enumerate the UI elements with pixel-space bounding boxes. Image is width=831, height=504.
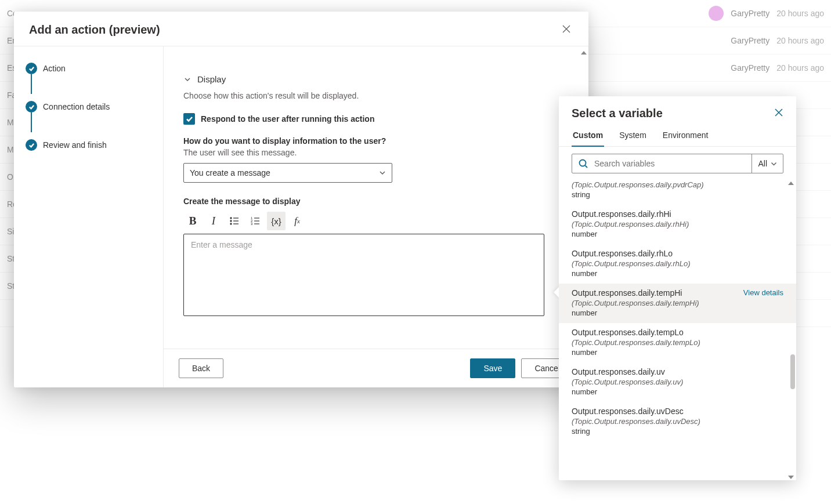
variable-name: Output.responses.daily.uv — [572, 367, 665, 376]
variable-item[interactable]: Output.responses.daily.tempLo(Topic.Outp… — [559, 323, 796, 362]
bullet-list-button[interactable] — [225, 212, 244, 230]
scroll-down-arrow-icon[interactable] — [788, 476, 794, 479]
scroll-up-arrow-icon[interactable] — [581, 51, 587, 55]
button-label: Save — [483, 364, 502, 373]
close-icon — [774, 108, 783, 117]
display-question-label: How do you want to display information t… — [183, 136, 569, 146]
variable-type: string — [572, 190, 783, 199]
step-review-finish[interactable]: Review and finish — [24, 136, 153, 154]
step-label: Connection details — [43, 102, 110, 111]
variable-path: (Topic.Output.responses.daily.pvdrCap) — [572, 180, 783, 189]
variable-item[interactable]: Output.responses.daily.tempHiView detail… — [559, 284, 796, 323]
insert-formula-button[interactable]: fx — [288, 212, 306, 230]
bold-button[interactable]: B — [183, 212, 202, 230]
check-icon — [26, 139, 37, 151]
filter-label: All — [758, 159, 767, 168]
variable-path: (Topic.Output.responses.daily.rhHi) — [572, 220, 783, 229]
step-action[interactable]: Action — [24, 59, 153, 78]
numbered-list-button[interactable]: 1 2 3 — [246, 212, 265, 230]
chevron-down-icon — [771, 161, 777, 167]
section-title: Display — [197, 74, 226, 84]
insert-variable-button[interactable]: {x} — [267, 212, 286, 230]
step-label: Action — [43, 64, 66, 73]
italic-button[interactable]: I — [204, 212, 223, 230]
chevron-down-icon — [183, 75, 192, 84]
variable-list[interactable]: (Topic.Output.responses.daily.pvdrCap)st… — [559, 180, 796, 480]
message-editor[interactable]: Enter a message — [183, 234, 544, 316]
search-input[interactable] — [593, 158, 746, 169]
variable-path: (Topic.Output.responses.daily.tempLo) — [572, 338, 783, 347]
message-label: Create the message to display — [183, 197, 569, 206]
checkbox-label: Respond to the user after running this a… — [201, 114, 374, 124]
variable-type: number — [572, 348, 783, 357]
svg-point-2 — [230, 220, 232, 222]
variable-type: number — [572, 309, 783, 317]
variable-item[interactable]: Output.responses.daily.rhHi(Topic.Output… — [559, 205, 796, 244]
bullet-list-icon — [229, 216, 240, 226]
variable-item[interactable]: (Topic.Output.responses.daily.pvdrCap)st… — [559, 180, 796, 205]
scrollbar-thumb[interactable] — [790, 354, 795, 389]
variable-path: (Topic.Output.responses.daily.uv) — [572, 378, 783, 386]
check-icon — [26, 63, 37, 74]
svg-point-12 — [580, 160, 586, 166]
save-button[interactable]: Save — [470, 358, 515, 378]
svg-text:3: 3 — [251, 222, 253, 226]
picker-tabs: CustomSystemEnvironment — [559, 125, 796, 147]
search-container: All — [572, 154, 783, 173]
tab-environment[interactable]: Environment — [662, 130, 710, 146]
variable-name: Output.responses.daily.tempLo — [572, 328, 684, 337]
tab-system[interactable]: System — [618, 130, 648, 146]
check-icon — [26, 101, 37, 113]
display-mode-select[interactable]: You create a message — [183, 163, 392, 183]
svg-line-13 — [586, 166, 588, 168]
variable-name: Output.responses.daily.tempHi — [572, 288, 682, 298]
modal-title: Add an action (preview) — [29, 23, 160, 37]
step-label: Review and finish — [43, 140, 107, 150]
display-question-sub: The user will see this message. — [183, 148, 569, 157]
variable-name: Output.responses.daily.uvDesc — [572, 407, 684, 416]
tab-custom[interactable]: Custom — [572, 130, 604, 147]
view-details-link[interactable]: View details — [743, 288, 783, 297]
modal-content: Display Choose how this action's result … — [164, 46, 588, 387]
editor-placeholder: Enter a message — [191, 240, 252, 249]
scroll-up-arrow-icon[interactable] — [788, 182, 794, 185]
button-label: Back — [192, 364, 210, 373]
variable-path: (Topic.Output.responses.daily.rhLo) — [572, 259, 783, 268]
svg-point-0 — [230, 217, 232, 219]
variable-name: Output.responses.daily.rhLo — [572, 249, 673, 258]
add-action-modal: Add an action (preview) Action Connectio… — [14, 12, 588, 387]
numbered-list-icon: 1 2 3 — [250, 216, 261, 226]
variable-type: number — [572, 387, 783, 396]
wizard-steps: Action Connection details Review and fin… — [14, 46, 164, 387]
variable-item[interactable]: Output.responses.daily.uvDesc(Topic.Outp… — [559, 402, 796, 441]
chevron-down-icon — [379, 169, 386, 176]
back-button[interactable]: Back — [179, 358, 223, 378]
respond-checkbox-row[interactable]: Respond to the user after running this a… — [183, 113, 569, 125]
step-connection-details[interactable]: Connection details — [24, 97, 153, 116]
step-connector — [31, 74, 32, 94]
variable-name: Output.responses.daily.rhHi — [572, 209, 671, 219]
variable-type: number — [572, 230, 783, 238]
search-input-wrapper[interactable] — [572, 154, 751, 173]
variable-picker-popover: Select a variable CustomSystemEnvironmen… — [559, 96, 796, 480]
close-icon — [562, 24, 571, 34]
variable-type: string — [572, 427, 783, 436]
modal-footer: Back Save Cancel — [164, 349, 588, 387]
picker-close-button[interactable] — [774, 108, 783, 119]
display-section-toggle[interactable]: Display — [183, 74, 569, 84]
variable-type: number — [572, 269, 783, 278]
variable-item[interactable]: Output.responses.daily.uv(Topic.Output.r… — [559, 362, 796, 402]
variable-path: (Topic.Output.responses.daily.tempHi) — [572, 299, 783, 307]
section-description: Choose how this action's result will be … — [183, 91, 569, 100]
svg-point-4 — [230, 223, 232, 224]
picker-title: Select a variable — [572, 107, 663, 120]
variable-path: (Topic.Output.responses.daily.uvDesc) — [572, 417, 783, 426]
variable-item[interactable]: Output.responses.daily.rhLo(Topic.Output… — [559, 244, 796, 284]
filter-dropdown[interactable]: All — [751, 154, 783, 173]
search-icon — [578, 158, 588, 169]
select-value: You create a message — [190, 168, 270, 177]
checkbox-checked-icon — [183, 113, 195, 125]
button-label: Cancel — [534, 364, 560, 373]
close-button[interactable] — [559, 22, 573, 38]
step-connector — [31, 113, 32, 132]
